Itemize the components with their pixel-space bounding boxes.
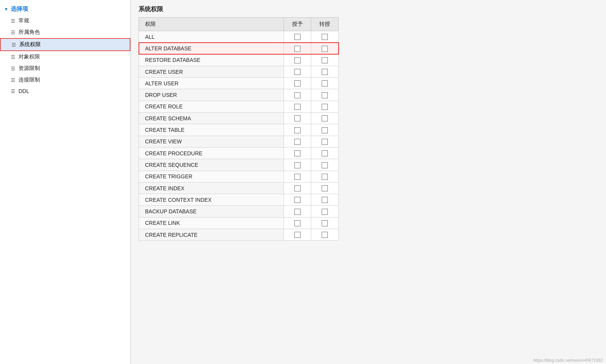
grant-checkbox-cell[interactable] [284,159,311,171]
grant-checkbox-cell[interactable] [284,78,311,89]
table-row: ALL [139,31,339,43]
perm-label: ALTER USER [139,78,284,89]
relay-checkbox-cell[interactable] [311,171,339,182]
list-icon: ☰ [11,77,15,83]
relay-checkbox[interactable] [322,139,328,145]
sidebar: ▼ 选择项 ☰常规☰所属角色☰系统权限☰对象权限☰资源限制☰连接限制☰DDL [0,0,131,364]
main-content: 系统权限 权限 授予 转授 ALLALTER DATABASERESTORE D… [131,0,606,364]
relay-checkbox-cell[interactable] [311,43,339,54]
relay-checkbox[interactable] [322,104,328,110]
relay-checkbox[interactable] [322,127,328,133]
grant-checkbox[interactable] [294,80,300,86]
perm-label: CREATE PROCEDURE [139,147,284,159]
grant-checkbox-cell[interactable] [284,171,311,182]
relay-checkbox-cell[interactable] [311,182,339,194]
grant-checkbox[interactable] [294,162,300,168]
grant-checkbox-cell[interactable] [284,43,311,54]
grant-checkbox[interactable] [294,57,300,63]
relay-checkbox-cell[interactable] [311,229,339,241]
grant-checkbox-cell[interactable] [284,136,311,147]
relay-checkbox[interactable] [322,69,328,75]
sidebar-item-general[interactable]: ☰常规 [0,15,130,27]
grant-checkbox-cell[interactable] [284,229,311,241]
sidebar-header[interactable]: ▼ 选择项 [0,3,130,15]
relay-checkbox[interactable] [322,197,328,203]
grant-checkbox[interactable] [294,174,300,180]
relay-checkbox[interactable] [322,57,328,63]
table-row: CREATE INDEX [139,182,339,194]
grant-checkbox[interactable] [294,104,300,110]
relay-checkbox[interactable] [322,162,328,168]
grant-checkbox-cell[interactable] [284,101,311,112]
grant-checkbox-cell[interactable] [284,66,311,77]
relay-checkbox-cell[interactable] [311,78,339,89]
relay-checkbox[interactable] [322,80,328,86]
grant-checkbox[interactable] [294,232,300,238]
relay-checkbox[interactable] [322,92,328,98]
grant-checkbox-cell[interactable] [284,89,311,101]
relay-checkbox[interactable] [322,46,328,52]
list-icon: ☰ [11,30,15,35]
relay-checkbox-cell[interactable] [311,194,339,206]
relay-checkbox[interactable] [322,150,328,156]
table-row: CREATE CONTEXT INDEX [139,194,339,206]
grant-checkbox[interactable] [294,34,300,40]
grant-checkbox[interactable] [294,46,300,52]
relay-checkbox-cell[interactable] [311,113,339,124]
sidebar-item-ddl[interactable]: ☰DDL [0,86,130,96]
grant-checkbox[interactable] [294,69,300,75]
permissions-table-wrapper[interactable]: 权限 授予 转授 ALLALTER DATABASERESTORE DATABA… [131,17,606,364]
grant-checkbox[interactable] [294,150,300,156]
relay-checkbox-cell[interactable] [311,89,339,101]
relay-checkbox[interactable] [322,174,328,180]
grant-checkbox-cell[interactable] [284,206,311,217]
relay-checkbox[interactable] [322,209,328,215]
grant-checkbox[interactable] [294,92,300,98]
relay-checkbox[interactable] [322,115,328,121]
perm-label: CREATE TRIGGER [139,171,284,182]
grant-checkbox[interactable] [294,115,300,121]
grant-checkbox-cell[interactable] [284,113,311,124]
grant-checkbox-cell[interactable] [284,54,311,66]
grant-checkbox[interactable] [294,220,300,226]
relay-checkbox[interactable] [322,220,328,226]
relay-checkbox[interactable] [322,34,328,40]
watermark: https://blog.csdn.net/weixin40671682 [533,358,603,362]
grant-checkbox-cell[interactable] [284,31,311,43]
perm-label: BACKUP DATABASE [139,206,284,217]
relay-checkbox-cell[interactable] [311,124,339,136]
perm-label: CREATE SCHEMA [139,113,284,124]
grant-checkbox[interactable] [294,185,300,191]
grant-checkbox-cell[interactable] [284,217,311,229]
sidebar-item-conn[interactable]: ☰连接限制 [0,74,130,86]
grant-checkbox[interactable] [294,127,300,133]
sidebar-item-sysperms[interactable]: ☰系统权限 [0,38,130,51]
sidebar-item-resource[interactable]: ☰资源限制 [0,63,130,74]
relay-checkbox-cell[interactable] [311,31,339,43]
relay-checkbox[interactable] [322,232,328,238]
grant-checkbox[interactable] [294,197,300,203]
grant-checkbox-cell[interactable] [284,124,311,136]
sidebar-item-label: 常规 [18,17,29,24]
table-row: ALTER DATABASE [139,43,339,54]
grant-checkbox-cell[interactable] [284,147,311,159]
table-row: CREATE LINK [139,217,339,229]
grant-checkbox-cell[interactable] [284,194,311,206]
grant-checkbox[interactable] [294,209,300,215]
relay-checkbox-cell[interactable] [311,159,339,171]
relay-checkbox-cell[interactable] [311,147,339,159]
relay-checkbox-cell[interactable] [311,136,339,147]
grant-checkbox-cell[interactable] [284,182,311,194]
table-row: CREATE USER [139,66,339,77]
relay-checkbox-cell[interactable] [311,66,339,77]
relay-checkbox-cell[interactable] [311,206,339,217]
perm-label: CREATE VIEW [139,136,284,147]
relay-checkbox-cell[interactable] [311,54,339,66]
sidebar-item-roles[interactable]: ☰所属角色 [0,27,130,38]
sidebar-item-objperms[interactable]: ☰对象权限 [0,51,130,63]
relay-checkbox-cell[interactable] [311,101,339,112]
relay-checkbox-cell[interactable] [311,217,339,229]
list-icon: ☰ [11,88,15,94]
relay-checkbox[interactable] [322,185,328,191]
grant-checkbox[interactable] [294,139,300,145]
